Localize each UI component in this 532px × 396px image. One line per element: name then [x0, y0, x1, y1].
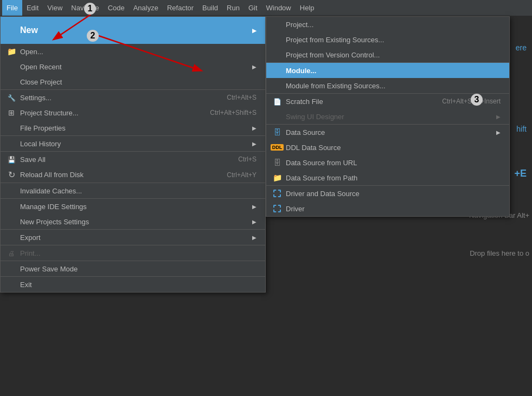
menu-item-data-url[interactable]: 🗄 Data Source from URL [266, 155, 509, 170]
invalidate-label: Invalidate Caches... [20, 187, 257, 195]
menu-item-new[interactable]: New ▶ [1, 17, 265, 44]
local-history-arrow: ▶ [252, 141, 257, 147]
menu-item-exit[interactable]: Exit [1, 277, 265, 292]
settings-label: Settings... [20, 94, 216, 102]
data-source-icon: 🗄 [272, 128, 283, 137]
menubar-item-window[interactable]: Window [262, 0, 296, 16]
export-arrow: ▶ [252, 235, 257, 241]
menu-item-reload[interactable]: Reload All from Disk Ctrl+Alt+Y [1, 167, 265, 183]
hint-ere: ere [516, 43, 527, 52]
annotation-2: 2 [87, 30, 99, 42]
menubar-item-edit[interactable]: Edit [22, 0, 43, 16]
menu-item-data-path[interactable]: 📁 Data Source from Path [266, 170, 509, 185]
save-all-shortcut: Ctrl+S [238, 155, 257, 163]
project-label: Project... [286, 21, 501, 29]
reload-shortcut: Ctrl+Alt+Y [227, 171, 257, 179]
new-arrow: ▶ [252, 28, 257, 34]
menu-item-power-save[interactable]: Power Save Mode [1, 261, 265, 276]
reload-label: Reload All from Disk [20, 171, 216, 179]
data-source-label: Data Source [286, 128, 492, 137]
export-label: Export [20, 233, 248, 242]
menubar-label-file: File [7, 4, 18, 12]
hint-plus-e: +E [514, 168, 527, 179]
data-url-label: Data Source from URL [286, 159, 501, 167]
reload-icon [6, 170, 17, 180]
exit-label: Exit [20, 281, 257, 289]
menu-item-invalidate[interactable]: Invalidate Caches... [1, 183, 265, 198]
menubar-item-run[interactable]: Run [222, 0, 244, 16]
grid-icon [6, 108, 17, 117]
menu-item-save-all[interactable]: Save All Ctrl+S [1, 152, 265, 167]
ddl-icon: DDL [272, 144, 283, 151]
menubar-label-run: Run [227, 4, 240, 12]
menu-item-project-structure[interactable]: Project Structure... Ctrl+Alt+Shift+S [1, 105, 265, 120]
menu-item-open[interactable]: Open... [1, 44, 265, 59]
data-source-arrow: ▶ [496, 129, 501, 135]
data-url-icon: 🗄 [272, 158, 283, 167]
menubar-label-view: View [47, 4, 62, 12]
menu-item-settings[interactable]: Settings... Ctrl+Alt+S [1, 90, 265, 105]
hint-shift: hift [516, 125, 527, 133]
menubar-item-help[interactable]: Help [296, 0, 319, 16]
menu-item-driver[interactable]: Driver [266, 201, 509, 216]
menubar-item-analyze[interactable]: Analyze [129, 0, 163, 16]
scratch-icon [272, 98, 283, 106]
new-submenu-dropdown: Project... Project from Existing Sources… [266, 16, 510, 217]
project-vcs-label: Project from Version Control... [286, 51, 501, 59]
menu-item-file-properties[interactable]: File Properties ▶ [1, 120, 265, 135]
swing-arrow: ▶ [496, 114, 501, 120]
annotation-1: 1 [84, 3, 96, 15]
menubar-item-view[interactable]: View [43, 0, 67, 16]
driver-icon [272, 205, 283, 212]
open-recent-arrow: ▶ [252, 64, 257, 70]
menu-item-local-history[interactable]: Local History ▶ [1, 136, 265, 151]
data-path-icon: 📁 [272, 173, 283, 182]
close-project-label: Close Project [20, 78, 257, 86]
open-recent-label: Open Recent [20, 63, 248, 71]
wrench-icon [6, 94, 17, 102]
menu-item-close-project[interactable]: Close Project [1, 74, 265, 89]
menubar-label-build: Build [202, 4, 218, 12]
settings-shortcut: Ctrl+Alt+S [227, 94, 257, 101]
menu-item-new-projects[interactable]: New Projects Settings ▶ [1, 214, 265, 229]
new-label: New [20, 25, 248, 35]
menubar-item-build[interactable]: Build [198, 0, 222, 16]
save-all-label: Save All [20, 155, 227, 164]
menu-item-print[interactable]: Print... [1, 245, 265, 261]
menu-item-project-existing[interactable]: Project from Existing Sources... [266, 32, 509, 47]
driver-label: Driver [286, 205, 501, 213]
module-label: Module... [286, 67, 501, 75]
menubar-label-analyze: Analyze [133, 4, 158, 12]
menu-item-swing[interactable]: Swing UI Designer ▶ [266, 109, 509, 124]
menubar-item-file[interactable]: File [2, 0, 22, 16]
menu-item-driver-ds[interactable]: Driver and Data Source [266, 186, 509, 201]
folder-icon [6, 47, 17, 56]
menu-item-open-recent[interactable]: Open Recent ▶ [1, 59, 265, 74]
menubar-item-git[interactable]: Git [244, 0, 262, 16]
file-properties-arrow: ▶ [252, 125, 257, 131]
menu-item-ddl-source[interactable]: DDL DDL Data Source [266, 140, 509, 155]
menubar-label-code: Code [108, 4, 125, 12]
hint-drop-files: Drop files here to o [470, 249, 529, 257]
menu-item-data-source[interactable]: 🗄 Data Source ▶ [266, 125, 509, 140]
swing-label: Swing UI Designer [286, 113, 492, 121]
menu-item-project-vcs[interactable]: Project from Version Control... [266, 47, 509, 62]
local-history-label: Local History [20, 140, 248, 148]
project-existing-label: Project from Existing Sources... [286, 36, 501, 44]
print-icon [6, 249, 17, 257]
menu-item-module[interactable]: Module... [266, 63, 509, 78]
manage-ide-arrow: ▶ [252, 204, 257, 210]
menu-item-project[interactable]: Project... [266, 17, 509, 32]
menu-item-export[interactable]: Export ▶ [1, 230, 265, 245]
menubar-item-refactor[interactable]: Refactor [163, 0, 198, 16]
project-structure-label: Project Structure... [20, 109, 199, 117]
data-path-label: Data Source from Path [286, 174, 501, 182]
new-projects-label: New Projects Settings [20, 218, 248, 226]
menubar: File Edit View Navigate Code Analyze Ref… [0, 0, 532, 16]
menu-item-module-existing[interactable]: Module from Existing Sources... [266, 78, 509, 93]
menu-item-manage-ide[interactable]: Manage IDE Settings ▶ [1, 199, 265, 214]
menubar-label-window: Window [266, 4, 291, 12]
menubar-item-code[interactable]: Code [104, 0, 129, 16]
open-label: Open... [20, 48, 257, 56]
new-projects-arrow: ▶ [252, 219, 257, 225]
